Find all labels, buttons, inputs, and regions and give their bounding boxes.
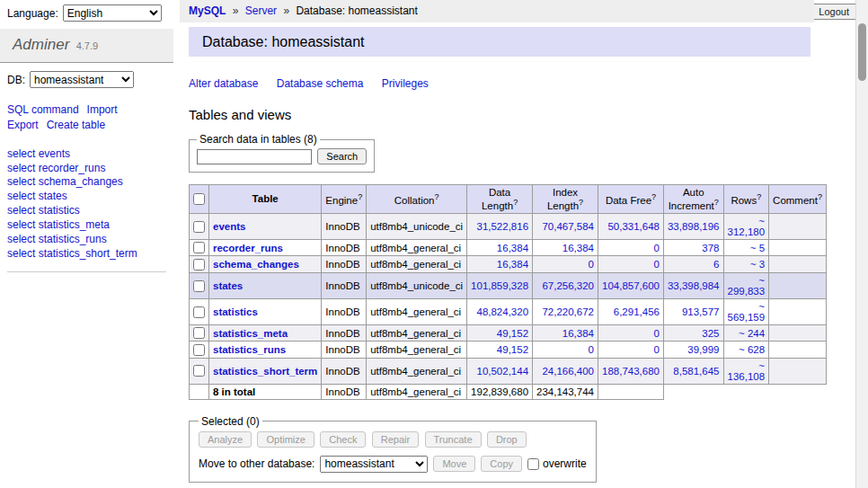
table-name-link[interactable]: statistics_meta	[213, 328, 288, 339]
index-length-link[interactable]: 16,384	[562, 328, 594, 339]
truncate-button[interactable]: Truncate	[425, 431, 482, 448]
help-icon[interactable]: ?	[513, 198, 518, 207]
breadcrumb-server-link[interactable]: Server	[245, 4, 277, 17]
table-name-link[interactable]: statistics_short_term	[213, 366, 317, 377]
data-length-link[interactable]: 49,152	[497, 328, 528, 339]
rows-count-link[interactable]: ~ 312,180	[728, 216, 766, 237]
data-length-link[interactable]: 10,502,144	[476, 366, 528, 377]
data-free-link[interactable]: 0	[654, 344, 660, 355]
table-name-link[interactable]: recorder_runs	[213, 243, 283, 253]
auto-increment-link[interactable]: 325	[702, 328, 719, 339]
data-length-link[interactable]: 31,522,816	[476, 221, 528, 232]
search-input[interactable]	[197, 149, 312, 164]
data-free-link[interactable]: 50,331,648	[607, 221, 660, 232]
index-length-link[interactable]: 72,220,672	[542, 306, 594, 317]
help-icon[interactable]: ?	[757, 192, 761, 201]
rows-count-link[interactable]: ~ 244	[739, 328, 765, 339]
data-length-link[interactable]: 49,152	[497, 344, 528, 355]
index-length-link[interactable]: 0	[589, 344, 594, 355]
help-icon[interactable]: ?	[358, 192, 362, 201]
data-free-link[interactable]: 0	[654, 259, 660, 270]
rows-count-link[interactable]: ~ 136,108	[728, 360, 766, 382]
sidebar-link-import[interactable]: Import	[87, 103, 118, 116]
data-length-link[interactable]: 101,859,328	[471, 280, 528, 291]
logout-button[interactable]: Logout	[810, 4, 858, 20]
overwrite-label: overwrite	[543, 457, 587, 470]
auto-increment-link[interactable]: 378	[702, 243, 719, 253]
table-name-link[interactable]: events	[213, 221, 245, 232]
data-free-link[interactable]: 0	[654, 328, 660, 339]
sidebar-item-select-schema-changes[interactable]: select schema_changes	[7, 175, 166, 190]
optimize-button[interactable]: Optimize	[257, 431, 314, 448]
data-length-link[interactable]: 16,384	[497, 259, 528, 270]
data-free-link[interactable]: 188,743,680	[602, 366, 660, 377]
auto-increment-link[interactable]: 33,898,196	[668, 221, 720, 232]
sidebar-link-create-table[interactable]: Create table	[47, 119, 105, 131]
sidebar-item-select-statistics-runs[interactable]: select statistics_runs	[7, 233, 166, 247]
index-length-link[interactable]: 70,467,584	[542, 221, 594, 232]
table-name-link[interactable]: states	[213, 280, 243, 291]
sidebar-item-select-statistics[interactable]: select statistics	[7, 204, 166, 218]
row-checkbox[interactable]	[193, 327, 205, 339]
sidebar-item-select-states[interactable]: select states	[7, 190, 166, 204]
sidebar-item-select-statistics-meta[interactable]: select statistics_meta	[7, 218, 166, 233]
index-length-link[interactable]: 67,256,320	[542, 280, 594, 291]
db-select[interactable]: homeassistant	[30, 71, 134, 88]
auto-increment-link[interactable]: 6	[713, 259, 719, 270]
auto-increment-link[interactable]: 39,999	[687, 344, 719, 355]
help-icon[interactable]: ?	[714, 198, 719, 207]
check-button[interactable]: Check	[320, 431, 366, 448]
copy-button[interactable]: Copy	[481, 456, 522, 472]
data-free-link[interactable]: 0	[654, 243, 660, 253]
data-length-link[interactable]: 16,384	[497, 243, 528, 253]
index-length-link[interactable]: 0	[589, 259, 594, 270]
row-checkbox[interactable]	[193, 242, 205, 253]
help-icon[interactable]: ?	[579, 198, 583, 207]
data-free-link[interactable]: 6,291,456	[614, 306, 660, 317]
database-schema-link[interactable]: Database schema	[277, 77, 364, 90]
select-all-checkbox[interactable]	[193, 193, 205, 205]
vertical-scrollbar[interactable]	[855, 0, 868, 488]
overwrite-checkbox[interactable]	[527, 458, 539, 470]
index-length-link[interactable]: 16,384	[562, 243, 594, 253]
move-button[interactable]: Move	[433, 456, 475, 472]
alter-database-link[interactable]: Alter database	[189, 77, 258, 90]
help-icon[interactable]: ?	[818, 192, 822, 201]
sidebar-link-sql-command[interactable]: SQL command	[7, 103, 79, 116]
row-checkbox[interactable]	[193, 221, 205, 233]
rows-count-link[interactable]: ~ 628	[739, 344, 765, 355]
row-checkbox[interactable]	[193, 344, 205, 356]
row-checkbox[interactable]	[193, 259, 205, 271]
sidebar-item-select-statistics-short-term[interactable]: select statistics_short_term	[7, 247, 166, 262]
language-select[interactable]: English	[63, 4, 162, 22]
analyze-button[interactable]: Analyze	[199, 431, 252, 448]
sidebar-link-export[interactable]: Export	[7, 119, 39, 131]
auto-increment-link[interactable]: 913,577	[682, 306, 720, 317]
drop-button[interactable]: Drop	[487, 431, 527, 448]
auto-increment-link[interactable]: 8,581,645	[673, 366, 719, 377]
table-name-link[interactable]: schema_changes	[213, 259, 299, 270]
sidebar-item-select-recorder-runs[interactable]: select recorder_runs	[7, 162, 166, 176]
privileges-link[interactable]: Privileges	[382, 77, 429, 90]
row-checkbox[interactable]	[193, 306, 205, 318]
scrollbar-thumb[interactable]	[858, 23, 866, 81]
index-length-link[interactable]: 24,166,400	[542, 366, 594, 377]
help-icon[interactable]: ?	[434, 192, 438, 201]
sidebar-item-select-events[interactable]: select events	[7, 147, 166, 162]
table-name-link[interactable]: statistics_runs	[213, 344, 286, 355]
table-name-link[interactable]: statistics	[213, 306, 258, 317]
data-length-link[interactable]: 48,824,320	[476, 306, 528, 317]
auto-increment-link[interactable]: 33,398,984	[668, 280, 720, 291]
repair-button[interactable]: Repair	[372, 431, 419, 448]
rows-count-link[interactable]: ~ 3	[750, 259, 765, 270]
row-checkbox[interactable]	[193, 365, 205, 377]
row-checkbox[interactable]	[193, 280, 205, 292]
rows-count-link[interactable]: ~ 299,833	[728, 275, 766, 297]
rows-count-link[interactable]: ~ 5	[750, 243, 765, 253]
help-icon[interactable]: ?	[651, 192, 656, 201]
breadcrumb-mysql-link[interactable]: MySQL	[189, 4, 226, 17]
move-database-select[interactable]: homeassistant	[320, 456, 428, 473]
data-free-link[interactable]: 104,857,600	[602, 280, 660, 291]
rows-count-link[interactable]: ~ 569,159	[728, 301, 766, 323]
search-button[interactable]: Search	[317, 148, 367, 164]
